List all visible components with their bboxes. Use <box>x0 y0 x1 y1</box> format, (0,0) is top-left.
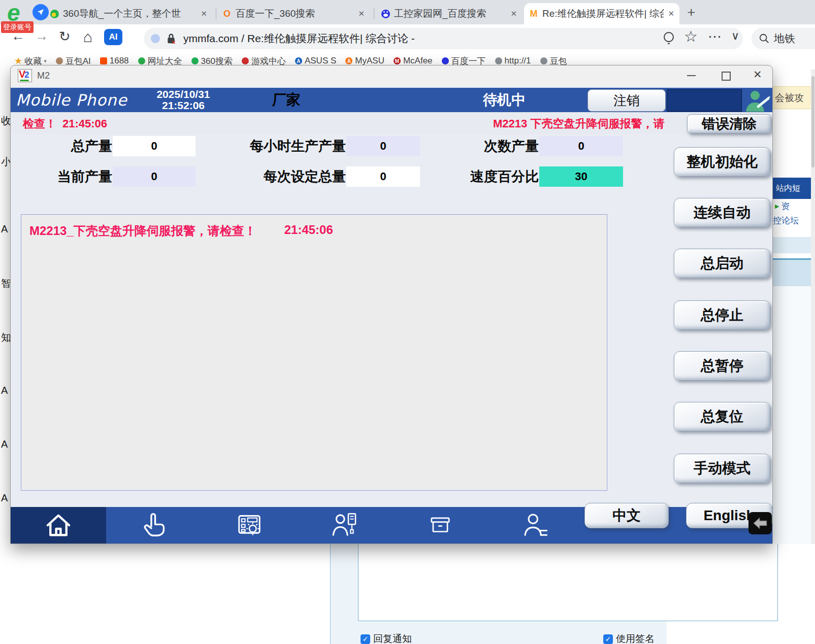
tab4-favicon: M <box>529 9 538 18</box>
window-title-bar[interactable]: V2 M2 <box>11 65 772 86</box>
mcafee-favicon: M <box>394 57 401 64</box>
manual-mode-button[interactable]: 手动模式 <box>674 454 770 483</box>
search-icon <box>759 33 770 44</box>
stat-value-set-total[interactable]: 0 <box>346 166 420 187</box>
lang-chinese-button[interactable]: 中文 <box>584 503 669 528</box>
vendor-label: 厂家 <box>272 88 301 112</box>
login-account-badge[interactable]: 登录账号 <box>1 21 34 33</box>
nav-settings-tab[interactable] <box>202 507 297 544</box>
nav-manual-tab[interactable] <box>106 507 202 544</box>
screen: e 360导航_一个主页，整个世 ✕ O 百度一下_360搜索 ✕ 工控家园网_… <box>0 0 815 644</box>
continuous-auto-button[interactable]: 连续自动 <box>674 198 770 227</box>
stat-value-speed-percent[interactable]: 30 <box>539 166 623 187</box>
nav-home-tab[interactable] <box>11 507 106 544</box>
address-bar[interactable]: ✕ ymmfa.com / Re:维伦触摸屏远程软件| 综合讨论 - <box>144 28 743 49</box>
tab-close-icon[interactable]: ✕ <box>668 9 674 18</box>
master-stop-button[interactable]: 总停止 <box>674 300 770 330</box>
bookmark-http1[interactable]: http://1 <box>495 56 531 66</box>
tab-close-icon[interactable]: ✕ <box>510 9 517 18</box>
back-arrow-icon <box>753 517 768 529</box>
stat-label-set-total: 每次设定总量 <box>214 166 346 187</box>
master-reset-button[interactable]: 总复位 <box>674 402 770 431</box>
tab1-favicon <box>50 9 59 18</box>
check-time: 21:45:06 <box>62 113 107 134</box>
master-start-button[interactable]: 总启动 <box>674 249 770 278</box>
quick-search-box[interactable]: 地铁 <box>752 28 815 49</box>
operator-document-icon <box>330 511 360 539</box>
stat-value-current-output[interactable]: 0 <box>113 166 195 187</box>
box-tray-icon <box>426 513 454 538</box>
alarm-time: 21:45:06 <box>284 223 333 239</box>
tab-title: 工控家园网_百度搜索 <box>394 7 506 20</box>
insecure-lock-icon[interactable]: ✕ <box>166 32 176 45</box>
tab3-favicon-baidu-paw <box>381 9 390 18</box>
hand-pointer-icon <box>140 511 168 539</box>
checkbox-checked-icon[interactable]: ✓ <box>361 634 370 644</box>
nav-operator-tab[interactable] <box>297 507 393 544</box>
nav-storage-tab[interactable] <box>393 507 488 544</box>
bookmark-mcafee[interactable]: MMcAfee <box>394 56 433 66</box>
alarm-list-item[interactable]: M2213_下壳空盘升降伺服报警，请检查！ 21:45:06 <box>29 223 333 239</box>
user-field-box[interactable] <box>667 89 742 112</box>
myasus-favicon: A <box>345 57 352 64</box>
tab-360-nav[interactable]: 360导航_一个主页，整个世 ✕ <box>45 3 212 24</box>
game-center-favicon <box>242 57 249 64</box>
caret-down-icon: ▾ <box>44 58 47 64</box>
stat-value-defect-count[interactable]: 0 <box>539 136 623 156</box>
bookmark-myasus[interactable]: AMyASU <box>345 56 384 66</box>
window-close-icon[interactable]: ✕ <box>753 69 762 81</box>
1688-favicon <box>100 57 107 64</box>
tab2-favicon: O <box>222 9 232 18</box>
forward-icon[interactable]: → <box>35 28 48 44</box>
user-avatar-icon[interactable] <box>743 88 772 112</box>
forum-link1[interactable]: ▶资 <box>775 200 790 212</box>
hmi-datetime: 2025/10/31 21:52:06 <box>138 89 229 111</box>
hmi-brand: Mobile Phone <box>16 88 127 112</box>
background-page-bottom: ✓ 回复通知 ✓ 使用签名 <box>0 544 815 644</box>
master-pause-button[interactable]: 总暂停 <box>674 351 770 381</box>
tab-title: 360导航_一个主页，整个世 <box>63 7 197 20</box>
reply-notify-option[interactable]: ✓ 回复通知 <box>361 632 412 644</box>
vnc-back-overlay-button[interactable] <box>748 512 772 534</box>
more-menu-icon[interactable]: ⋯ <box>708 28 722 45</box>
svg-text:✕: ✕ <box>172 40 176 45</box>
bookmark-asus[interactable]: AASUS S <box>295 56 336 66</box>
lightbulb-icon[interactable] <box>662 31 676 46</box>
home-icon[interactable]: ⌂ <box>83 28 92 46</box>
forum-link2[interactable]: 控论坛 <box>773 215 799 226</box>
security-notice-fragment: 会被攻 <box>773 86 811 109</box>
stat-value-hourly-output[interactable]: 0 <box>346 136 420 156</box>
stat-label-hourly-output: 每小时生产产量 <box>224 136 346 156</box>
new-tab-button[interactable]: ＋ <box>684 3 698 21</box>
use-signature-option[interactable]: ✓ 使用签名 <box>603 632 655 644</box>
tab-weilun-forum-active[interactable]: M Re:维伦触摸屏远程软件| 综合 ✕ <box>524 3 679 24</box>
nav-user-tab[interactable] <box>488 507 583 544</box>
reload-icon[interactable]: ↻ <box>59 28 71 45</box>
check-label: 检查！ <box>23 113 56 134</box>
window-maximize-icon[interactable] <box>722 72 731 81</box>
tab-baidu-search[interactable]: O 百度一下_360搜索 ✕ <box>217 3 370 24</box>
forum-row-band <box>773 258 811 286</box>
logout-button[interactable]: 注销 <box>588 89 666 112</box>
window-minimize-icon[interactable] <box>687 75 696 76</box>
chevron-down-icon[interactable]: ∨ <box>731 29 739 43</box>
ai-button[interactable]: AI <box>104 29 122 45</box>
bookmark-star-icon[interactable]: ☆ <box>684 27 698 45</box>
tab-gongkong[interactable]: 工控家园网_百度搜索 ✕ <box>376 3 522 24</box>
tab-close-icon[interactable]: ✕ <box>201 9 207 18</box>
tab-close-icon[interactable]: ✕ <box>358 9 365 18</box>
active-alarm-message: M2213 下壳空盘升降伺服报警，请 <box>493 113 687 134</box>
tab-separator <box>216 8 216 19</box>
reply-textarea-fragment[interactable] <box>358 544 778 621</box>
play-icon: ▶ <box>775 203 779 210</box>
checkbox-checked-icon[interactable]: ✓ <box>603 634 613 644</box>
site-info-icon[interactable] <box>151 34 160 43</box>
tab-title: Re:维伦触摸屏远程软件| 综合 <box>542 7 664 20</box>
page-scrollbar-thumb[interactable] <box>811 76 814 167</box>
bookmark-1688[interactable]: 1688 <box>100 56 129 66</box>
machine-init-button[interactable]: 整机初始化 <box>674 147 770 177</box>
asus-favicon: A <box>295 57 302 64</box>
stat-value-total-output[interactable]: 0 <box>113 136 195 156</box>
forum-header-fragment: 站内短 <box>773 178 811 199</box>
error-clear-button[interactable]: 错误清除 <box>687 114 771 133</box>
